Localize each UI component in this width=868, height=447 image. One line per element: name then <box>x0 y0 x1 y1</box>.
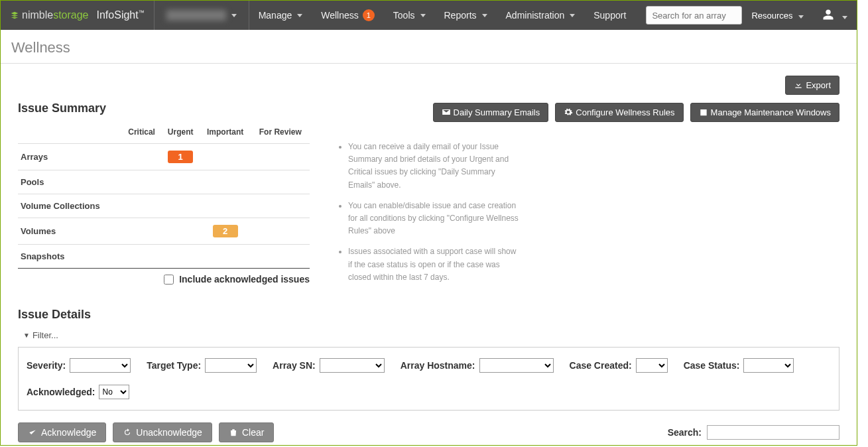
table-row: Volume Collections <box>18 194 310 218</box>
brand-name: nimblestorage <box>22 9 89 21</box>
menu-wellness[interactable]: Wellness1 <box>312 1 384 30</box>
array-hostname-label: Array Hostname: <box>401 360 475 371</box>
count-pill[interactable]: 2 <box>213 225 238 237</box>
case-status-label: Case Status: <box>684 360 740 371</box>
brand: nimblestorage InfoSight™ <box>1 1 155 30</box>
cell-review <box>251 170 310 194</box>
wellness-badge: 1 <box>363 9 375 21</box>
export-button[interactable]: Export <box>785 76 839 95</box>
unacknowledge-button[interactable]: Unacknowledge <box>113 422 212 442</box>
cell-critical <box>122 194 162 218</box>
mail-icon <box>442 107 451 117</box>
daily-summary-emails-button[interactable]: Daily Summary Emails <box>433 103 549 122</box>
cell-review <box>251 194 310 218</box>
cell-important: 2 <box>200 218 251 245</box>
menu-administration[interactable]: Administration <box>497 1 585 30</box>
clear-button[interactable]: Clear <box>219 422 274 442</box>
cell-review <box>251 144 310 170</box>
array-hostname-select[interactable] <box>479 358 554 373</box>
case-created-select[interactable] <box>636 358 668 373</box>
manage-maintenance-windows-button[interactable]: Manage Maintenance Windows <box>690 103 839 122</box>
chevron-down-icon <box>231 14 237 17</box>
array-sn-label: Array SN: <box>273 360 316 371</box>
cell-urgent <box>162 245 200 269</box>
org-selector[interactable] <box>155 1 249 30</box>
row-label: Pools <box>18 170 122 194</box>
row-label: Arrays <box>18 144 122 170</box>
org-name-redacted <box>166 10 226 21</box>
menu-manage[interactable]: Manage <box>249 1 312 30</box>
cell-review <box>251 218 310 245</box>
chevron-down-icon <box>570 14 575 17</box>
severity-label: Severity: <box>27 360 66 371</box>
menu-support[interactable]: Support <box>584 1 635 30</box>
cell-important <box>200 194 251 218</box>
menu-user[interactable] <box>813 9 857 22</box>
cell-urgent: 1 <box>162 144 200 170</box>
acknowledge-button[interactable]: Acknowledge <box>18 422 106 442</box>
details-search-input[interactable] <box>707 425 839 440</box>
tips-list: You can receive a daily email of your Is… <box>336 141 839 284</box>
configure-wellness-rules-button[interactable]: Configure Wellness Rules <box>555 103 683 122</box>
cell-critical <box>122 144 162 170</box>
menu-resources[interactable]: Resources <box>742 11 812 21</box>
case-status-select[interactable] <box>743 358 794 373</box>
cell-important <box>200 144 251 170</box>
array-sn-select[interactable] <box>320 358 385 373</box>
col-review: For Review <box>251 123 310 144</box>
table-row: Volumes2 <box>18 218 310 245</box>
cell-urgent <box>162 170 200 194</box>
case-created-label: Case Created: <box>570 360 632 371</box>
acknowledged-label: Acknowledged: <box>27 387 95 397</box>
target-type-select[interactable] <box>205 358 257 373</box>
table-row: Pools <box>18 170 310 194</box>
logo-icon <box>10 11 19 21</box>
acknowledged-select[interactable]: No <box>99 385 129 399</box>
top-nav: nimblestorage InfoSight™ Manage Wellness… <box>1 1 857 30</box>
trash-icon <box>229 427 238 438</box>
cell-important <box>200 245 251 269</box>
download-icon <box>794 80 803 90</box>
chevron-down-icon <box>482 14 487 17</box>
search-label: Search: <box>668 427 702 438</box>
check-icon <box>28 427 37 438</box>
search-input[interactable] <box>646 6 742 25</box>
menu-reports[interactable]: Reports <box>435 1 497 30</box>
filter-panel: Severity: Target Type: Array SN: Array H… <box>18 347 839 411</box>
row-label: Volumes <box>18 218 122 245</box>
undo-icon <box>123 427 132 438</box>
user-icon <box>822 10 837 21</box>
include-ack-label[interactable]: Include acknowledged issues <box>164 274 310 285</box>
issue-summary-table: Critical Urgent Important For Review Arr… <box>18 123 310 269</box>
product-name: InfoSight™ <box>97 9 145 21</box>
tip-item: You can enable/disable issue and case cr… <box>348 200 522 238</box>
severity-select[interactable] <box>70 358 131 373</box>
cell-critical <box>122 170 162 194</box>
cell-critical <box>122 218 162 245</box>
col-critical: Critical <box>122 123 162 144</box>
chevron-down-icon <box>420 14 426 17</box>
triangle-down-icon: ▼ <box>23 332 30 339</box>
row-label: Snapshots <box>18 245 122 269</box>
table-row: Snapshots <box>18 245 310 269</box>
target-type-label: Target Type: <box>147 360 201 371</box>
table-row: Arrays1 <box>18 144 310 170</box>
page-title: Wellness <box>1 30 857 63</box>
issue-details-heading: Issue Details <box>18 308 839 322</box>
chevron-down-icon <box>297 14 302 17</box>
main-menu: Manage Wellness1 Tools Reports Administr… <box>249 1 636 30</box>
cell-review <box>251 245 310 269</box>
chevron-down-icon <box>842 16 847 19</box>
col-important: Important <box>200 123 251 144</box>
count-pill[interactable]: 1 <box>168 151 193 163</box>
menu-tools[interactable]: Tools <box>384 1 435 30</box>
right-menu: Resources <box>742 1 857 30</box>
cell-important <box>200 170 251 194</box>
calendar-icon <box>699 107 708 117</box>
chevron-down-icon <box>798 15 804 19</box>
include-ack-checkbox[interactable] <box>164 275 174 285</box>
tip-item: You can receive a daily email of your Is… <box>348 141 522 192</box>
tip-item: Issues associated with a support case wi… <box>348 245 522 284</box>
search-box <box>646 6 742 25</box>
filter-toggle[interactable]: ▼ Filter... <box>23 330 58 340</box>
